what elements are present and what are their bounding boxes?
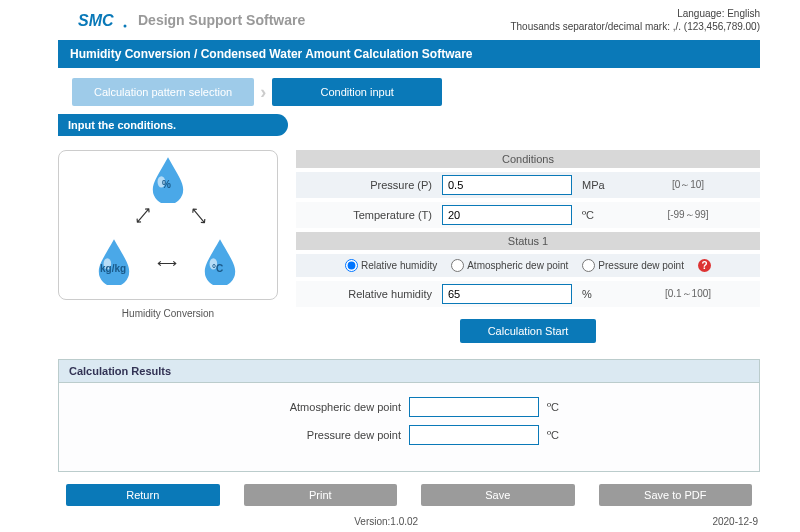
step-pattern-selection[interactable]: Calculation pattern selection — [72, 78, 254, 106]
result-atm-input[interactable] — [409, 397, 539, 417]
temperature-unit: ºC — [572, 209, 622, 221]
logo: SMC Design Support Software — [58, 8, 305, 32]
temperature-input[interactable] — [442, 205, 572, 225]
result-press-label: Pressure dew point — [231, 429, 401, 441]
save-pdf-button[interactable]: Save to PDF — [599, 484, 753, 506]
print-button[interactable]: Print — [244, 484, 398, 506]
pressure-unit: MPa — [572, 179, 622, 191]
rel-humidity-range: [0.1～100] — [622, 287, 754, 301]
temperature-range: [-99～99] — [622, 208, 754, 222]
arrow-icon: ⟷ — [186, 202, 211, 228]
rel-humidity-label: Relative humidity — [302, 288, 442, 300]
drop-celsius-label: °C — [212, 263, 223, 274]
return-button[interactable]: Return — [66, 484, 220, 506]
language-label: Language: English — [510, 8, 760, 19]
drop-kgkg-label: kg/kg — [100, 263, 126, 274]
version-label: Version:1.0.02 — [354, 516, 418, 527]
arrow-icon: ⟷ — [157, 255, 177, 271]
pressure-range: [0～10] — [622, 178, 754, 192]
result-atm-label: Atmospheric dew point — [231, 401, 401, 413]
calculation-start-button[interactable]: Calculation Start — [460, 319, 597, 343]
diagram-caption: Humidity Conversion — [58, 308, 278, 319]
section-header: Input the conditions. — [58, 114, 288, 136]
results-header: Calculation Results — [59, 360, 759, 383]
status1-header: Status 1 — [296, 232, 760, 250]
conditions-header: Conditions — [296, 150, 760, 168]
help-icon[interactable]: ? — [698, 259, 711, 272]
arrow-icon: ⟷ — [130, 202, 155, 228]
rel-humidity-unit: % — [572, 288, 622, 300]
step-condition-input[interactable]: Condition input — [272, 78, 442, 106]
page-title: Humidity Conversion / Condensed Water Am… — [58, 40, 760, 68]
result-atm-unit: ºC — [547, 401, 587, 413]
date-label: 2020-12-9 — [712, 516, 758, 527]
svg-text:SMC: SMC — [78, 12, 114, 29]
radio-atmospheric-dew[interactable]: Atmospheric dew point — [451, 259, 568, 272]
format-note: Thousands separator/decimal mark: ,/. (1… — [510, 21, 760, 32]
rel-humidity-input[interactable] — [442, 284, 572, 304]
chevron-right-icon: › — [260, 82, 266, 103]
result-press-input[interactable] — [409, 425, 539, 445]
pressure-input[interactable] — [442, 175, 572, 195]
svg-point-1 — [124, 25, 127, 28]
pressure-label: Pressure (P) — [302, 179, 442, 191]
temperature-label: Temperature (T) — [302, 209, 442, 221]
app-name: Design Support Software — [138, 12, 305, 28]
humidity-diagram: % kg/kg °C ⟷ ⟷ ⟷ — [58, 150, 278, 300]
radio-pressure-dew[interactable]: Pressure dew point — [582, 259, 684, 272]
save-button[interactable]: Save — [421, 484, 575, 506]
result-press-unit: ºC — [547, 429, 587, 441]
drop-percent-label: % — [162, 179, 171, 190]
radio-relative-humidity[interactable]: Relative humidity — [345, 259, 437, 272]
